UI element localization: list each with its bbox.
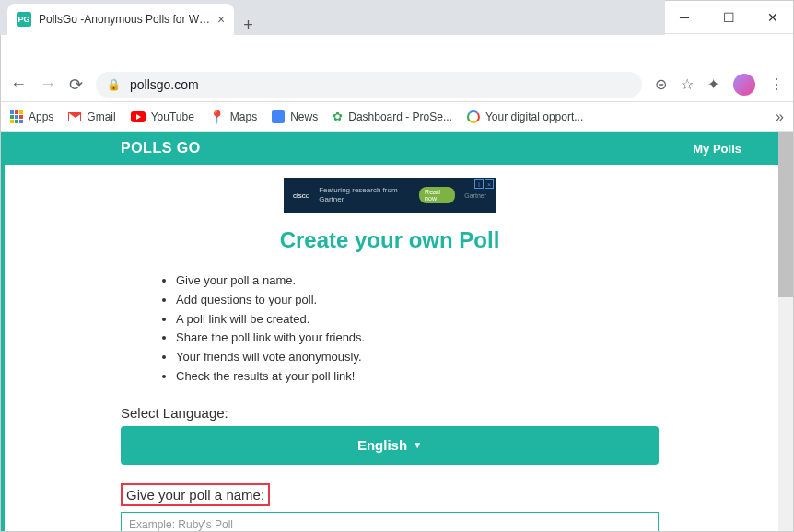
ad-brand: cisco — [293, 191, 309, 200]
chevron-down-icon: ▼ — [413, 440, 422, 450]
bookmark-label: YouTube — [151, 110, 194, 123]
my-polls-link[interactable]: My Polls — [693, 142, 741, 156]
reload-button[interactable]: ⟳ — [69, 75, 83, 95]
scrollbar[interactable] — [778, 132, 793, 532]
scrollbar-thumb[interactable] — [778, 132, 793, 297]
left-accent — [1, 165, 5, 532]
bookmark-label: News — [290, 110, 318, 123]
forward-button[interactable]: → — [40, 75, 56, 94]
list-item: Check the results at your poll link! — [176, 367, 659, 387]
star-icon[interactable]: ☆ — [681, 75, 694, 93]
list-item: Your friends will vote anonymously. — [176, 348, 659, 367]
apps-icon — [10, 110, 23, 123]
bookmark-google[interactable]: Your digital opport... — [467, 110, 583, 123]
tab-title: PollsGo -Anonymous Polls for W… — [39, 13, 210, 26]
main-content: cisco Featuring research from Gartner Re… — [1, 165, 778, 532]
list-item: Share the poll link with your friends. — [176, 329, 659, 348]
toolbar-right: ⊝ ☆ ✦ ⋮ — [655, 74, 784, 96]
page-viewport: POLLS GO My Polls cisco Featuring resear… — [1, 132, 793, 532]
bookmark-youtube[interactable]: YouTube — [131, 110, 194, 123]
menu-button[interactable]: ⋮ — [769, 75, 784, 93]
ad-info-icon[interactable]: i — [474, 179, 484, 189]
bookmark-apps[interactable]: Apps — [10, 110, 53, 123]
youtube-icon — [131, 111, 146, 122]
ad-banner[interactable]: cisco Featuring research from Gartner Re… — [284, 178, 496, 213]
page-title: Create your own Poll — [121, 227, 659, 253]
tab-bar: PG PollsGo -Anonymous Polls for W… × + — [0, 0, 665, 35]
dashboard-icon: ✿ — [333, 110, 343, 123]
profile-avatar[interactable] — [733, 74, 755, 96]
bookmark-label: Apps — [29, 110, 53, 123]
google-icon — [467, 110, 480, 123]
lock-icon: 🔒 — [107, 78, 121, 91]
language-dropdown[interactable]: English ▼ — [121, 426, 659, 465]
ad-controls: i × — [474, 179, 494, 189]
close-tab-icon[interactable]: × — [217, 12, 225, 27]
bookmark-dashboard[interactable]: ✿ Dashboard - ProSe... — [333, 110, 452, 123]
url-text: pollsgo.com — [130, 77, 199, 92]
poll-name-label: Give your poll a name: — [126, 487, 264, 503]
news-icon — [272, 110, 285, 123]
ad-cta-button[interactable]: Read now — [419, 187, 455, 203]
bookmark-label: Gmail — [87, 110, 115, 123]
ad-text: Featuring research from Gartner — [319, 186, 410, 203]
list-item: A poll link will be created. — [176, 310, 659, 330]
bookmark-maps[interactable]: 📍 Maps — [209, 110, 257, 124]
site-header: POLLS GO My Polls — [1, 132, 778, 165]
maps-icon: 📍 — [209, 110, 225, 124]
extensions-icon[interactable]: ✦ — [707, 75, 719, 93]
bookmark-label: Dashboard - ProSe... — [348, 110, 452, 123]
minimize-button[interactable]: ─ — [671, 5, 697, 30]
highlight-annotation: Give your poll a name: — [121, 483, 270, 506]
language-label: Select Language: — [121, 405, 659, 421]
ad-close-icon[interactable]: × — [485, 179, 494, 189]
bookmark-news[interactable]: News — [272, 110, 318, 123]
bookmark-gmail[interactable]: Gmail — [68, 110, 115, 123]
browser-toolbar: ← → ⟳ 🔒 pollsgo.com ⊝ ☆ ✦ ⋮ — [1, 67, 793, 102]
bookmarks-overflow[interactable]: » — [776, 109, 784, 125]
address-bar[interactable]: 🔒 pollsgo.com — [96, 72, 642, 98]
list-item: Add questions to your poll. — [176, 291, 659, 310]
browser-tab[interactable]: PG PollsGo -Anonymous Polls for W… × — [7, 4, 234, 35]
poll-name-input[interactable] — [121, 512, 659, 532]
zoom-icon[interactable]: ⊝ — [655, 75, 667, 93]
bookmark-label: Your digital opport... — [485, 110, 583, 123]
back-button[interactable]: ← — [10, 75, 27, 94]
steps-list: Give your poll a name. Add questions to … — [121, 272, 659, 387]
new-tab-button[interactable]: + — [234, 16, 263, 35]
bookmarks-bar: Apps Gmail YouTube 📍 Maps News ✿ Dashboa… — [1, 102, 793, 132]
maximize-button[interactable]: ☐ — [716, 5, 741, 30]
site-logo[interactable]: POLLS GO — [121, 140, 201, 156]
language-value: English — [357, 437, 407, 453]
bookmark-label: Maps — [230, 110, 257, 123]
list-item: Give your poll a name. — [176, 272, 659, 291]
favicon-icon: PG — [17, 12, 31, 27]
ad-partner: Gartner — [464, 192, 486, 199]
gmail-icon — [68, 112, 81, 121]
close-window-button[interactable]: ✕ — [760, 5, 786, 30]
